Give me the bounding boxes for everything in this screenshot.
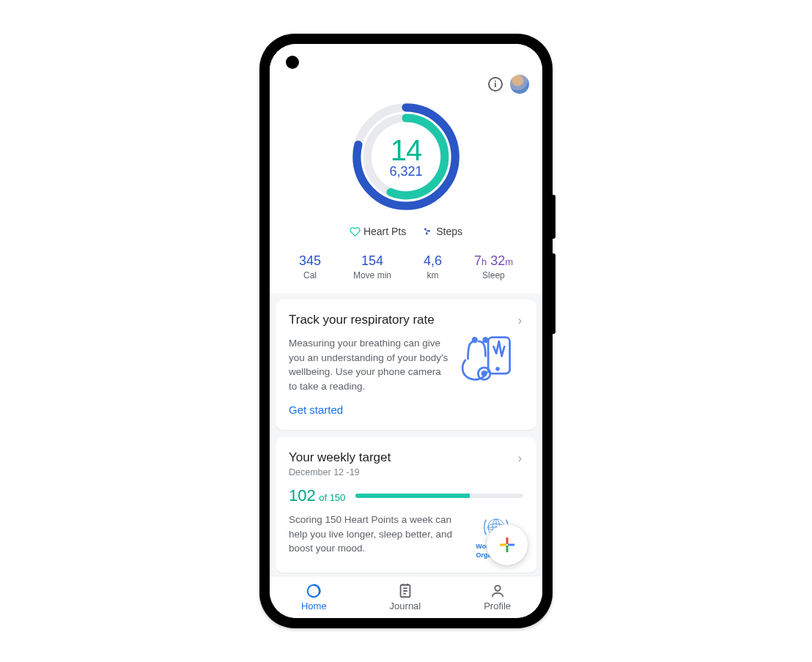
stat-sleep[interactable]: 7h 32m Sleep [474, 253, 513, 280]
stat-cal[interactable]: 345 Cal [299, 253, 321, 280]
svg-rect-21 [500, 544, 506, 546]
card-title: Track your respiratory rate [289, 313, 435, 327]
stethoscope-phone-icon [456, 333, 523, 390]
svg-point-10 [482, 371, 487, 376]
svg-point-29 [495, 586, 500, 591]
nav-journal[interactable]: Journal [390, 583, 421, 611]
dashboard-header: i 14 6,321 [270, 44, 542, 294]
target-progress-label: 102 of 150 [289, 486, 345, 505]
ring-legend: Heart Pts Steps [283, 226, 529, 237]
svg-point-8 [497, 368, 499, 370]
stat-value: 345 [299, 253, 321, 269]
stat-label: km [424, 270, 442, 280]
profile-icon [490, 583, 506, 599]
legend-heart-pts: Heart Pts [363, 226, 406, 237]
card-title: Your weekly target [289, 450, 391, 465]
nav-home[interactable]: Home [301, 583, 327, 611]
side-button [553, 253, 556, 334]
legend-steps: Steps [436, 226, 462, 237]
svg-rect-20 [506, 546, 509, 552]
svg-rect-19 [508, 544, 514, 546]
add-fab-button[interactable] [487, 524, 528, 565]
steps-value: 6,321 [389, 164, 422, 179]
avatar[interactable] [510, 75, 529, 94]
plus-icon [498, 536, 516, 554]
activity-ring[interactable]: 14 6,321 [347, 98, 465, 215]
target-progress-bar [355, 494, 523, 498]
nav-label: Home [301, 600, 327, 611]
card-subtitle: December 12 -19 [289, 467, 391, 477]
svg-point-11 [473, 338, 477, 342]
heart-points-value: 14 [391, 134, 422, 167]
nav-profile[interactable]: Profile [484, 583, 511, 611]
app-screen: i 14 6,321 [270, 44, 542, 618]
get-started-link[interactable]: Get started [289, 403, 343, 416]
steps-icon [422, 226, 433, 237]
nav-label: Journal [390, 600, 421, 611]
stat-label: Move min [353, 270, 391, 280]
svg-rect-18 [506, 538, 509, 544]
card-body-text: Scoring 150 Heart Points a week can help… [289, 513, 462, 559]
side-button [553, 195, 556, 239]
stat-value: 4,6 [424, 253, 442, 269]
card-body-text: Measuring your breathing can give you an… [289, 336, 449, 393]
stat-move-min[interactable]: 154 Move min [353, 253, 391, 280]
heart-icon [350, 226, 361, 237]
phone-frame: i 14 6,321 [259, 34, 553, 628]
stat-value: 7h 32m [474, 253, 513, 269]
chevron-right-icon[interactable]: › [517, 450, 523, 466]
nav-label: Profile [484, 600, 511, 611]
card-respiratory[interactable]: Track your respiratory rate › Measuring … [276, 300, 536, 430]
stat-label: Sleep [474, 270, 513, 280]
svg-point-12 [484, 338, 488, 342]
home-ring-icon [306, 583, 322, 599]
chevron-right-icon[interactable]: › [517, 313, 523, 329]
bottom-nav: Home Journal Profile [270, 576, 542, 618]
svg-point-4 [424, 228, 427, 230]
stats-row: 345 Cal 154 Move min 4,6 km 7h 32m Sleep [283, 253, 529, 294]
camera-punch-hole [286, 56, 299, 69]
journal-icon [397, 583, 413, 599]
info-icon[interactable]: i [488, 77, 503, 92]
stat-label: Cal [299, 270, 321, 280]
stat-km[interactable]: 4,6 km [424, 253, 442, 280]
stat-value: 154 [353, 253, 391, 269]
